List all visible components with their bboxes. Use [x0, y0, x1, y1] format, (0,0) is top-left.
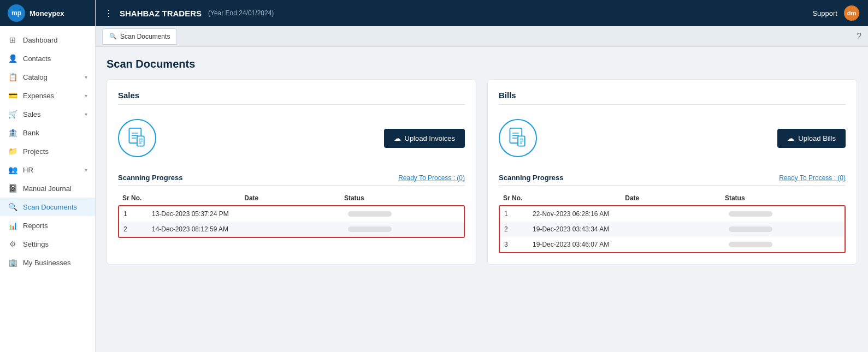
sidebar-item-settings[interactable]: ⚙ Settings [0, 235, 95, 253]
table-row: 2 19-Dec-2023 03:43:34 AM [500, 222, 845, 237]
sales-scan-table: Sr No. Date Status [118, 191, 465, 205]
company-name: SHAHBAZ TRADERS [120, 9, 202, 18]
bills-doc-svg [508, 127, 528, 149]
upload-bills-button[interactable]: ☁ Upload Bills [777, 129, 846, 148]
bills-scan-table: Sr No. Date Status [499, 191, 846, 205]
bills-cloud-icon: ☁ [787, 134, 794, 142]
nav-icon-expenses: 💳 [8, 91, 17, 100]
table-row: 1 13-Dec-2023 05:37:24 PM [119, 206, 464, 222]
main-area: ⋮ SHAHBAZ TRADERS (Year End 24/01/2024) … [96, 0, 868, 352]
sidebar-item-reports[interactable]: 📊 Reports [0, 216, 95, 235]
bills-table-header-row: Sr No. Date Status [499, 191, 846, 205]
bills-upload-section: ☁ Upload Bills [499, 114, 846, 163]
sidebar-item-hr[interactable]: 👥 HR ▾ [0, 160, 95, 179]
nav-label-dashboard: Dashboard [23, 36, 58, 44]
sales-col-srno: Sr No. [118, 191, 240, 205]
bills-col-srno: Sr No. [499, 191, 621, 205]
support-link[interactable]: Support [812, 9, 837, 17]
sales-upload-section: ☁ Upload Invoices [118, 114, 465, 163]
row-status [344, 206, 464, 222]
sidebar-item-manual-journal[interactable]: 📓 Manual Journal [0, 179, 95, 198]
nav-label-projects: Projects [23, 147, 49, 156]
menu-icon[interactable]: ⋮ [104, 8, 113, 19]
sidebar-item-contacts[interactable]: 👤 Contacts [0, 49, 95, 68]
row-date: 19-Dec-2023 03:43:34 AM [528, 222, 724, 237]
status-bar-wrapper [729, 226, 772, 232]
table-row: 3 19-Dec-2023 03:46:07 AM [500, 237, 845, 252]
bills-scanning-title: Scanning Progress [499, 174, 563, 182]
sidebar: mp Moneypex ⊞ Dashboard 👤 Contacts 📋 Cat… [0, 0, 96, 352]
nav-label-hr: HR [23, 166, 33, 174]
nav-icon-my-businesses: 🏢 [8, 258, 17, 267]
bills-scan-table-body: 1 22-Nov-2023 06:28:16 AM 2 19-Dec-2023 … [500, 206, 845, 252]
nav-icon-sales: 🛒 [8, 110, 17, 118]
bills-col-date: Date [621, 191, 721, 205]
sales-col-status: Status [340, 191, 465, 205]
cards-row: Sales [107, 79, 857, 265]
status-bar-wrapper [348, 211, 392, 217]
nav-icon-hr: 👥 [8, 165, 17, 174]
sidebar-item-projects[interactable]: 📁 Projects [0, 142, 95, 160]
sr-no: 2 [500, 222, 528, 237]
sidebar-item-catalog[interactable]: 📋 Catalog ▾ [0, 68, 95, 86]
sidebar-item-dashboard[interactable]: ⊞ Dashboard [0, 31, 95, 49]
bills-ready-link[interactable]: Ready To Process : (0) [779, 174, 846, 182]
upload-invoices-button[interactable]: ☁ Upload Invoices [384, 129, 465, 148]
sales-scanning-header: Scanning Progress Ready To Process : (0) [118, 174, 465, 182]
sidebar-item-scan-documents[interactable]: 🔍 Scan Documents [0, 198, 95, 216]
bills-doc-icon-circle [499, 119, 537, 157]
scan-documents-tab[interactable]: 🔍 Scan Documents [102, 28, 177, 45]
sidebar-item-my-businesses[interactable]: 🏢 My Businesses [0, 253, 95, 272]
sales-table-header-row: Sr No. Date Status [118, 191, 465, 205]
sales-scanning-title: Scanning Progress [118, 174, 182, 182]
nav-label-expenses: Expenses [23, 92, 54, 100]
tab-label: Scan Documents [120, 33, 170, 40]
table-row: 2 14-Dec-2023 08:12:59 AM [119, 222, 464, 237]
sales-table-body-wrapper: 1 13-Dec-2023 05:37:24 PM 2 14-Dec-2023 … [118, 205, 465, 238]
bills-scanning-section: Scanning Progress Ready To Process : (0)… [499, 174, 846, 253]
bills-card-title: Bills [499, 91, 846, 100]
row-status [724, 237, 845, 252]
sidebar-nav: ⊞ Dashboard 👤 Contacts 📋 Catalog ▾ 💳 Exp… [0, 26, 95, 276]
sales-divider [118, 104, 465, 105]
header-right: Support dm [812, 5, 859, 21]
sales-card-title: Sales [118, 91, 465, 100]
upload-invoices-label: Upload Invoices [405, 134, 456, 142]
row-date: 19-Dec-2023 03:46:07 AM [528, 237, 724, 252]
logo-name: Moneypex [29, 9, 64, 17]
sales-card: Sales [107, 79, 476, 265]
sales-ready-link[interactable]: Ready To Process : (0) [398, 174, 465, 182]
tab-search-icon: 🔍 [109, 33, 117, 40]
top-header: ⋮ SHAHBAZ TRADERS (Year End 24/01/2024) … [96, 0, 868, 26]
nav-arrow-expenses: ▾ [85, 93, 87, 99]
nav-arrow-hr: ▾ [85, 167, 87, 173]
sidebar-item-expenses[interactable]: 💳 Expenses ▾ [0, 86, 95, 105]
page-title: Scan Documents [107, 58, 857, 70]
sales-doc-icon-circle [118, 119, 156, 157]
sr-no: 2 [119, 222, 147, 237]
nav-label-manual-journal: Manual Journal [23, 184, 72, 193]
status-bar-wrapper [729, 211, 772, 217]
sidebar-item-sales[interactable]: 🛒 Sales ▾ [0, 105, 95, 123]
sr-no: 1 [119, 206, 147, 222]
sidebar-logo: mp Moneypex [0, 0, 95, 26]
nav-arrow-catalog: ▾ [85, 74, 87, 80]
nav-icon-bank: 🏦 [8, 128, 17, 137]
nav-icon-scan-documents: 🔍 [8, 202, 17, 211]
year-end: (Year End 24/01/2024) [208, 9, 274, 17]
bills-card: Bills [487, 79, 857, 265]
user-avatar[interactable]: dm [844, 5, 859, 21]
help-icon[interactable]: ? [857, 32, 861, 41]
nav-label-sales: Sales [23, 110, 41, 118]
sr-no: 3 [500, 237, 528, 252]
sales-scan-table-body: 1 13-Dec-2023 05:37:24 PM 2 14-Dec-2023 … [119, 206, 464, 237]
status-bar-wrapper [729, 242, 772, 247]
upload-bills-label: Upload Bills [798, 134, 836, 142]
nav-icon-catalog: 📋 [8, 73, 17, 81]
sales-doc-svg [127, 127, 147, 149]
sidebar-item-bank[interactable]: 🏦 Bank [0, 123, 95, 142]
nav-icon-manual-journal: 📓 [8, 184, 17, 193]
bills-col-status: Status [721, 191, 846, 205]
table-row: 1 22-Nov-2023 06:28:16 AM [500, 206, 845, 222]
sales-col-date: Date [240, 191, 340, 205]
